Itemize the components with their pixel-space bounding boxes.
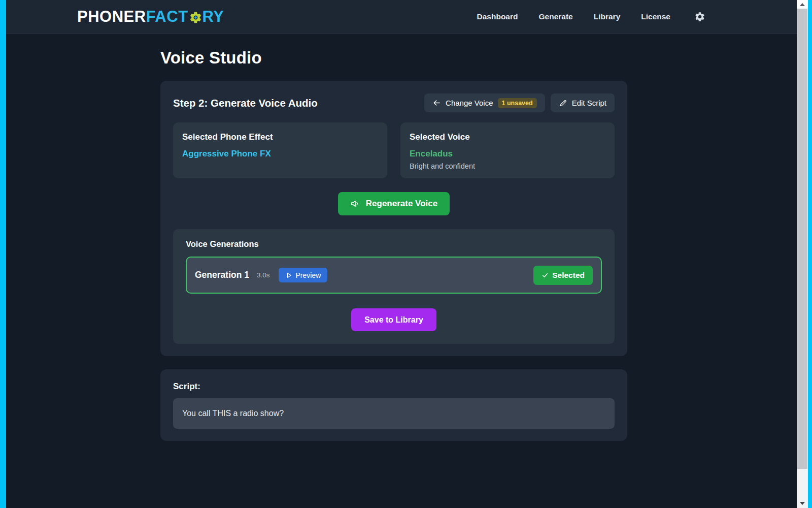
save-wrap: Save to Library bbox=[186, 308, 602, 331]
script-title: Script: bbox=[173, 382, 615, 392]
scrollbar[interactable] bbox=[797, 0, 808, 508]
script-card: Script: You call THIS a radio show? bbox=[160, 369, 627, 441]
settings-gear-icon[interactable] bbox=[694, 11, 705, 22]
arrow-left-icon bbox=[432, 99, 441, 107]
voice-generations-title: Voice Generations bbox=[186, 239, 602, 249]
phone-effect-value: Aggressive Phone FX bbox=[182, 149, 378, 159]
generation-name: Generation 1 bbox=[195, 270, 249, 280]
voice-value: Enceladus bbox=[410, 149, 605, 159]
voice-generations-panel: Voice Generations Generation 1 3.0s Prev… bbox=[173, 229, 615, 344]
play-icon bbox=[285, 272, 292, 279]
step-header: Step 2: Generate Voice Audio Change Voic… bbox=[173, 93, 615, 112]
navbar: PHONER FACT RY Dashboard Generate Librar… bbox=[6, 0, 797, 34]
scrollbar-up-arrow[interactable] bbox=[797, 0, 808, 9]
step-header-actions: Change Voice 1 unsaved Edit Script bbox=[424, 93, 615, 112]
selected-phone-effect-card: Selected Phone Effect Aggressive Phone F… bbox=[173, 122, 387, 178]
script-text-box: You call THIS a radio show? bbox=[173, 398, 615, 429]
check-icon bbox=[542, 272, 549, 279]
window-edge-right bbox=[808, 0, 812, 508]
change-voice-button[interactable]: Change Voice 1 unsaved bbox=[424, 93, 545, 112]
selected-voice-card: Selected Voice Enceladus Bright and conf… bbox=[400, 122, 615, 178]
regenerate-wrap: Regenerate Voice bbox=[173, 192, 615, 215]
brand-part-ry: RY bbox=[202, 8, 224, 26]
brand-logo: PHONER FACT RY bbox=[77, 8, 224, 26]
speaker-icon bbox=[350, 199, 360, 209]
brand-gear-icon bbox=[189, 11, 202, 24]
voice-description: Bright and confident bbox=[410, 162, 605, 170]
preview-label: Preview bbox=[296, 271, 321, 279]
preview-button[interactable]: Preview bbox=[279, 268, 328, 282]
phone-effect-title: Selected Phone Effect bbox=[182, 132, 378, 142]
scrollbar-thumb[interactable] bbox=[797, 9, 807, 469]
change-voice-label: Change Voice bbox=[446, 99, 493, 107]
save-to-library-button[interactable]: Save to Library bbox=[351, 308, 436, 331]
selection-row: Selected Phone Effect Aggressive Phone F… bbox=[173, 122, 615, 178]
nav-item-generate[interactable]: Generate bbox=[539, 12, 573, 21]
brand-part-phoner: PHONER bbox=[77, 8, 146, 26]
step-card: Step 2: Generate Voice Audio Change Voic… bbox=[160, 81, 627, 356]
nav-item-library[interactable]: Library bbox=[594, 12, 621, 21]
scrollbar-down-arrow[interactable] bbox=[797, 500, 808, 507]
regenerate-voice-button[interactable]: Regenerate Voice bbox=[338, 192, 450, 215]
selected-label: Selected bbox=[552, 271, 585, 280]
edit-script-button[interactable]: Edit Script bbox=[551, 93, 615, 112]
voice-title: Selected Voice bbox=[410, 132, 605, 142]
generation-duration: 3.0s bbox=[257, 271, 270, 279]
page-title: Voice Studio bbox=[160, 48, 797, 68]
main-content: Voice Studio Step 2: Generate Voice Audi… bbox=[6, 34, 797, 441]
window-edge-left bbox=[0, 0, 6, 508]
selected-button[interactable]: Selected bbox=[533, 266, 593, 285]
nav-item-license[interactable]: License bbox=[641, 12, 670, 21]
unsaved-badge: 1 unsaved bbox=[498, 98, 537, 108]
edit-script-label: Edit Script bbox=[572, 99, 606, 107]
step-title: Step 2: Generate Voice Audio bbox=[173, 97, 318, 109]
pencil-icon bbox=[559, 99, 567, 107]
nav-links: Dashboard Generate Library License bbox=[456, 11, 705, 22]
generation-row[interactable]: Generation 1 3.0s Preview Selected bbox=[186, 257, 602, 294]
app-window: PHONER FACT RY Dashboard Generate Librar… bbox=[6, 0, 797, 508]
brand-part-fact: FACT bbox=[146, 8, 188, 26]
nav-item-dashboard[interactable]: Dashboard bbox=[477, 12, 518, 21]
regenerate-voice-label: Regenerate Voice bbox=[366, 199, 437, 209]
